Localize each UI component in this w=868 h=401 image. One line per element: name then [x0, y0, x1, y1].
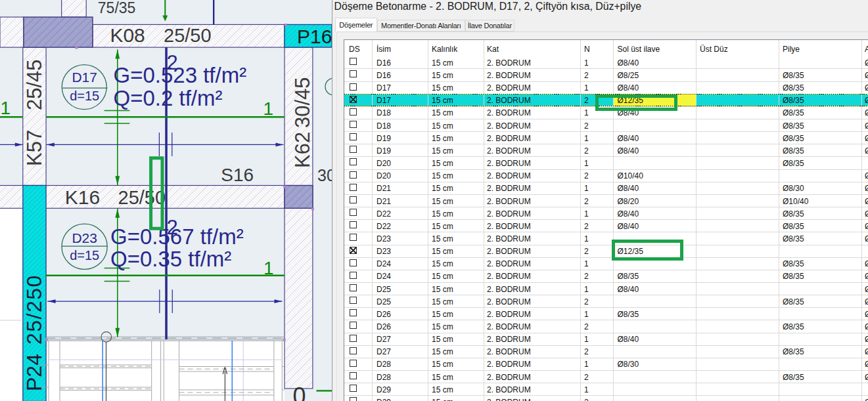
svg-text:P24: P24	[22, 354, 46, 391]
svg-text:0: 0	[293, 383, 306, 401]
svg-text:30/45: 30/45	[317, 166, 332, 184]
svg-text:Q=0.2 tf/m²: Q=0.2 tf/m²	[114, 86, 223, 110]
svg-text:K08: K08	[110, 24, 145, 46]
svg-text:K57: K57	[23, 130, 46, 166]
svg-text:S16: S16	[221, 165, 254, 185]
svg-text:G=0.567 tf/m²: G=0.567 tf/m²	[110, 224, 244, 249]
svg-text:K16: K16	[65, 186, 100, 208]
svg-text:1: 1	[1, 98, 11, 118]
svg-text:1: 1	[263, 258, 274, 278]
svg-text:1: 1	[263, 98, 274, 119]
svg-text:Q=0.35 tf/m²: Q=0.35 tf/m²	[110, 247, 231, 271]
svg-text:G=0.523 tf/m²: G=0.523 tf/m²	[114, 63, 247, 87]
svg-text:d=15: d=15	[70, 248, 99, 263]
svg-text:K62: K62	[291, 132, 314, 168]
svg-text:75/35: 75/35	[98, 0, 136, 16]
svg-text:D23: D23	[72, 230, 97, 245]
svg-text:25/45: 25/45	[23, 59, 46, 110]
svg-text:25/250: 25/250	[22, 274, 46, 345]
svg-text:25/50: 25/50	[164, 25, 212, 46]
svg-text:30/45: 30/45	[291, 77, 314, 128]
svg-text:d=15: d=15	[70, 89, 99, 103]
svg-text:P16: P16	[297, 26, 332, 47]
svg-text:25/50: 25/50	[118, 187, 166, 208]
svg-text:D17: D17	[72, 70, 97, 85]
